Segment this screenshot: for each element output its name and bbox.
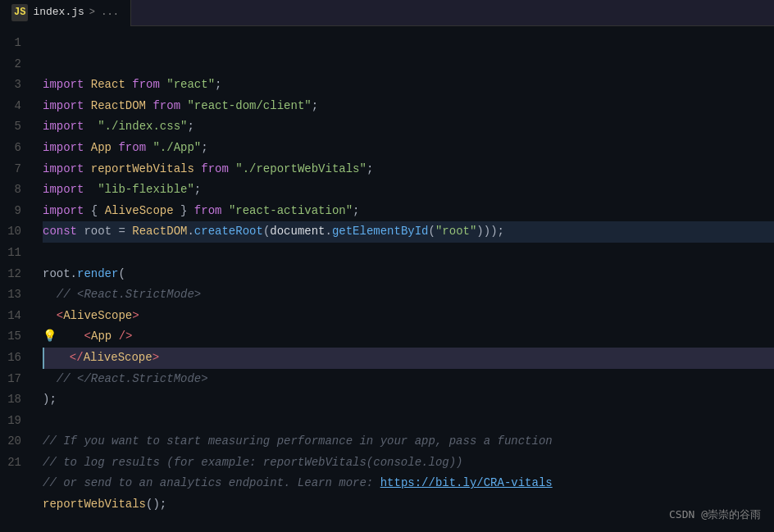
code-line: <AliveScope> bbox=[43, 306, 774, 327]
code-line: import { AliveScope } from "react-activa… bbox=[43, 201, 774, 222]
line-numbers: 123456789101112131415161718192021 bbox=[0, 26, 30, 532]
code-line: // <React.StrictMode> bbox=[43, 284, 774, 306]
code-line: import "lib-flexible"; bbox=[43, 180, 774, 201]
code-line: import React from "react"; bbox=[43, 75, 774, 96]
code-line: // or send to an analytics endpoint. Lea… bbox=[43, 473, 774, 494]
code-line bbox=[43, 243, 774, 264]
tab-filename: index.js bbox=[33, 4, 84, 21]
code-line: ); bbox=[43, 389, 774, 411]
code-line: import reportWebVitals from "./reportWeb… bbox=[43, 159, 774, 180]
code-area: 123456789101112131415161718192021 import… bbox=[0, 26, 774, 532]
code-line: // to log results (for example: reportWe… bbox=[43, 452, 774, 474]
tab-bar: JS index.js > ... bbox=[0, 0, 774, 26]
code-line: import "./index.css"; bbox=[43, 116, 774, 138]
code-line: 💡 <App /> bbox=[43, 326, 774, 348]
code-line: reportWebVitals(); bbox=[43, 494, 774, 516]
code-content: import React from "react";import ReactDO… bbox=[30, 26, 774, 532]
tab-item[interactable]: JS index.js > ... bbox=[0, 0, 131, 26]
code-line: </AliveScope> bbox=[43, 348, 774, 369]
code-line: // If you want to start measuring perfor… bbox=[43, 431, 774, 452]
code-line bbox=[43, 411, 774, 432]
code-line: import App from "./App"; bbox=[43, 138, 774, 159]
code-line: import ReactDOM from "react-dom/client"; bbox=[43, 96, 774, 117]
js-icon: JS bbox=[11, 4, 28, 21]
code-line: root.render( bbox=[43, 264, 774, 285]
code-line: // </React.StrictMode> bbox=[43, 369, 774, 390]
tab-breadcrumb: > ... bbox=[89, 5, 119, 20]
code-line: const root = ReactDOM.createRoot(documen… bbox=[43, 221, 774, 243]
editor: JS index.js > ... 1234567891011121314151… bbox=[0, 0, 774, 532]
watermark: CSDN @崇崇的谷雨 bbox=[669, 504, 761, 525]
